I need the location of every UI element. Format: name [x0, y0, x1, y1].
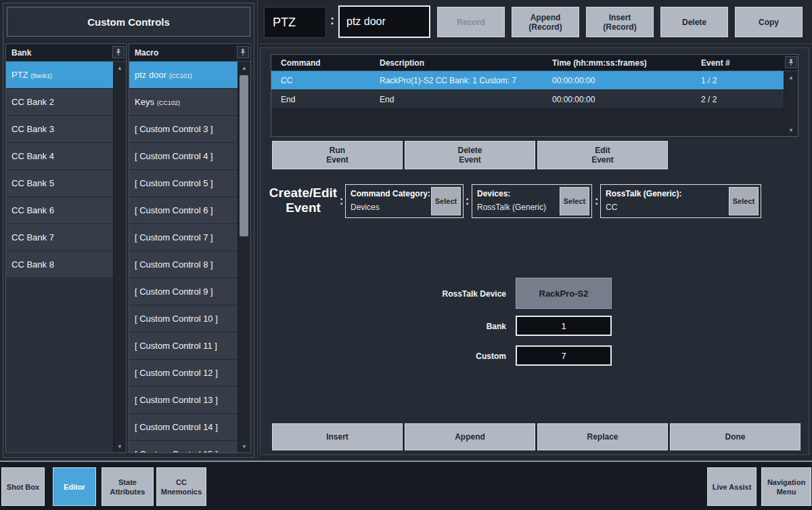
- macro-item-label: [ Custom Control 3 ]: [135, 124, 213, 134]
- create-edit-action-button[interactable]: Replace: [537, 423, 668, 450]
- macro-name-field[interactable]: ptz door: [338, 5, 430, 38]
- scroll-up-icon[interactable]: ▲: [114, 62, 126, 73]
- pin-icon[interactable]: [112, 46, 125, 58]
- scroll-down-icon[interactable]: ▼: [114, 441, 126, 452]
- bottom-tab[interactable]: Shot Box: [1, 467, 45, 506]
- select-button[interactable]: Select: [431, 187, 461, 215]
- bank-item[interactable]: PTZ (Bank1): [6, 62, 113, 89]
- command-category-value: Devices: [351, 203, 380, 212]
- separator-colon: :: [340, 195, 343, 207]
- event-action-buttons: Run EventDelete EventEdit Event: [272, 141, 668, 169]
- separator-colon: :: [466, 195, 469, 207]
- macro-item[interactable]: [ Custom Control 9 ]: [129, 278, 238, 305]
- macro-item[interactable]: [ Custom Control 13 ]: [129, 387, 238, 414]
- bottom-tab[interactable]: CC Mnemonics: [156, 467, 206, 506]
- macro-item[interactable]: [ Custom Control 4 ]: [129, 143, 238, 170]
- macro-item[interactable]: [ Custom Control 15 ]: [129, 441, 238, 453]
- macro-item-label: [ Custom Control 11 ]: [135, 341, 217, 351]
- bank-scrollbar[interactable]: ▲ ▼: [113, 62, 126, 452]
- custom-field[interactable]: [516, 345, 612, 366]
- rosstalk-selector: RossTalk (Generic): CC Select: [600, 184, 761, 218]
- event-action-button[interactable]: Edit Event: [537, 141, 668, 169]
- bank-item-sublabel: (Bank1): [31, 72, 53, 79]
- current-bank-display: PTZ: [264, 7, 326, 38]
- bottom-tab[interactable]: Editor: [53, 467, 96, 506]
- macro-scrollbar[interactable]: ▲ ▼: [238, 62, 250, 452]
- scroll-up-icon[interactable]: ▲: [238, 62, 250, 73]
- separator-colon: :: [595, 195, 598, 207]
- macro-item[interactable]: [ Custom Control 11 ]: [129, 333, 238, 360]
- bank-header-label: Bank: [12, 48, 31, 58]
- macro-item-label: [ Custom Control 5 ]: [135, 178, 213, 188]
- column-event-number: Event #: [701, 58, 730, 68]
- topbar-button[interactable]: Append (Record): [512, 7, 579, 37]
- pin-icon[interactable]: [785, 56, 797, 68]
- bank-item[interactable]: CC Bank 3: [6, 116, 113, 143]
- event-table-scrollbar[interactable]: ▲ ▼: [784, 71, 798, 136]
- bank-item[interactable]: CC Bank 7: [6, 224, 113, 251]
- macro-item-label: [ Custom Control 4 ]: [135, 151, 213, 161]
- macro-item-label: [ Custom Control 6 ]: [135, 205, 213, 215]
- macro-item[interactable]: [ Custom Control 5 ]: [129, 170, 238, 197]
- macro-item-sublabel: (CC102): [157, 100, 180, 106]
- bank-item[interactable]: CC Bank 5: [6, 170, 113, 197]
- devices-selector: Devices: RossTalk (Generic) Select: [472, 184, 592, 218]
- macro-item[interactable]: [ Custom Control 12 ]: [129, 360, 238, 387]
- macro-item-label: [ Custom Control 9 ]: [135, 286, 213, 297]
- rosstalk-value: CC: [606, 203, 617, 212]
- bank-item[interactable]: CC Bank 2: [6, 89, 113, 116]
- bank-item[interactable]: CC Bank 6: [6, 197, 113, 224]
- event-action-button[interactable]: Run Event: [272, 141, 403, 169]
- bottom-tab[interactable]: Navigation Menu: [761, 467, 811, 506]
- bank-item-label: CC Bank 3: [12, 124, 54, 134]
- scroll-down-icon[interactable]: ▼: [238, 441, 250, 452]
- custom-controls-screen: Custom Controls Bank PTZ (Bank1) CC Bank…: [0, 0, 812, 510]
- macro-list-panel: Macro ptz door (CC101) Keys (CC102) [ Cu…: [129, 43, 251, 453]
- rosstalk-device-button[interactable]: RackPro-S2: [516, 278, 612, 309]
- event-action-button[interactable]: Delete Event: [405, 141, 535, 169]
- time-cell: 00:00:00:00: [552, 76, 595, 85]
- topbar-button[interactable]: Delete: [660, 7, 728, 37]
- scroll-up-icon[interactable]: ▲: [784, 72, 798, 83]
- bank-item-label: CC Bank 5: [12, 178, 54, 188]
- devices-label: Devices:: [477, 189, 510, 198]
- devices-value: RossTalk (Generic): [477, 203, 546, 212]
- description-cell: End: [380, 95, 394, 104]
- pin-icon[interactable]: [237, 46, 249, 58]
- select-button[interactable]: Select: [729, 187, 759, 215]
- macro-item[interactable]: [ Custom Control 8 ]: [129, 251, 238, 278]
- scrollbar-thumb[interactable]: [240, 75, 248, 236]
- command-cell: CC: [281, 76, 292, 85]
- command-category-label: Command Category:: [351, 189, 430, 198]
- topbar-button[interactable]: Record: [437, 7, 505, 37]
- create-edit-action-button[interactable]: Append: [405, 423, 535, 450]
- event-row[interactable]: CC RackPro(1)-S2 CC Bank: 1 Custom: 7 00…: [271, 71, 784, 90]
- event-row[interactable]: End End 00:00:00:00 2 / 2: [271, 90, 784, 109]
- macro-item[interactable]: [ Custom Control 14 ]: [129, 414, 238, 441]
- macro-item-sublabel: (CC101): [169, 72, 192, 79]
- bank-item-label: CC Bank 2: [12, 97, 54, 107]
- macro-item[interactable]: [ Custom Control 10 ]: [129, 305, 238, 333]
- macro-item-label: [ Custom Control 10 ]: [135, 314, 218, 324]
- event-table: Command Description Time (hh:mm:ss:frame…: [271, 54, 798, 137]
- page-title: Custom Controls: [7, 7, 250, 37]
- macro-item[interactable]: Keys (CC102): [129, 89, 238, 116]
- scroll-down-icon[interactable]: ▼: [784, 125, 798, 135]
- topbar-button[interactable]: Copy: [735, 7, 803, 37]
- bottom-tab[interactable]: Live Assist: [707, 467, 757, 506]
- macro-item[interactable]: [ Custom Control 3 ]: [129, 116, 238, 143]
- bank-item[interactable]: CC Bank 4: [6, 143, 113, 170]
- macro-item[interactable]: ptz door (CC101): [129, 62, 238, 89]
- macro-list-header: Macro: [129, 44, 250, 62]
- create-edit-action-button[interactable]: Insert: [272, 423, 403, 450]
- bank-items: PTZ (Bank1) CC Bank 2 CC Bank 3 CC Bank …: [6, 62, 113, 452]
- topbar-button[interactable]: Insert (Record): [586, 7, 654, 37]
- macro-item[interactable]: [ Custom Control 7 ]: [129, 224, 238, 251]
- create-edit-action-button[interactable]: Done: [670, 423, 800, 450]
- select-button[interactable]: Select: [560, 187, 589, 215]
- macro-item[interactable]: [ Custom Control 6 ]: [129, 197, 238, 224]
- bank-field[interactable]: [516, 316, 612, 336]
- left-tab-group: Shot BoxEditorState AttributesCC Mnemoni…: [1, 467, 206, 506]
- bank-item[interactable]: CC Bank 8: [6, 251, 113, 278]
- bottom-tab[interactable]: State Attributes: [102, 467, 154, 506]
